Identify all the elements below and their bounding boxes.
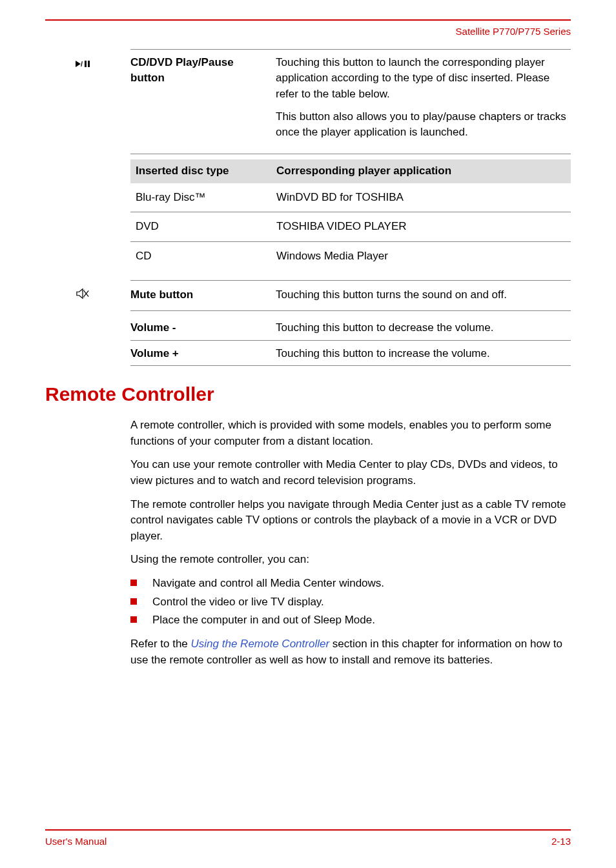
- play-pause-desc2: This button also allows you to play/paus…: [276, 109, 571, 141]
- footer: User's Manual 2-13: [45, 829, 571, 849]
- table-row: Blu-ray Disc™ WinDVD BD for TOSHIBA: [130, 183, 571, 213]
- remote-link[interactable]: Using the Remote Controller: [191, 638, 329, 650]
- p5-pre: Refer to the: [130, 638, 191, 650]
- vol-down-label: Volume -: [130, 320, 276, 336]
- disc-table-header: Inserted disc type Corresponding player …: [130, 159, 571, 183]
- footer-left: User's Manual: [45, 834, 107, 849]
- play-pause-desc: Touching this button to launch the corre…: [276, 55, 571, 147]
- list-item: Place the computer in and out of Sleep M…: [130, 612, 571, 629]
- disc-type: CD: [136, 248, 276, 265]
- svg-marker-0: [77, 288, 83, 298]
- disc-type: DVD: [136, 219, 276, 235]
- table-row: CD Windows Media Player: [130, 242, 571, 268]
- bullet-icon: [130, 598, 137, 605]
- header-series: Satellite P770/P775 Series: [45, 25, 571, 39]
- footer-right: 2-13: [551, 834, 571, 849]
- bullet-text: Place the computer in and out of Sleep M…: [152, 612, 375, 629]
- mute-label: Mute button: [130, 287, 276, 303]
- mute-desc: Touching this button turns the sound on …: [276, 287, 571, 303]
- disc-app: WinDVD BD for TOSHIBA: [276, 190, 566, 206]
- table-row: DVD TOSHIBA VIDEO PLAYER: [130, 212, 571, 242]
- remote-p3: The remote controller helps you navigate…: [130, 497, 571, 545]
- disc-table-h1: Inserted disc type: [136, 163, 276, 179]
- list-item: Control the video or live TV display.: [130, 594, 571, 611]
- remote-p5: Refer to the Using the Remote Controller…: [130, 636, 571, 668]
- play-pause-label: CD/DVD Play/Pause button: [130, 55, 276, 147]
- mute-icon: [76, 287, 101, 305]
- disc-table-h2: Corresponding player application: [276, 163, 566, 179]
- mute-row: Mute button Touching this button turns t…: [130, 280, 571, 312]
- bullet-text: Control the video or live TV display.: [152, 594, 324, 611]
- vol-down-desc: Touching this button to decrease the vol…: [276, 320, 571, 336]
- header-rule: [45, 19, 571, 21]
- remote-heading: Remote Controller: [45, 380, 571, 409]
- disc-app: TOSHIBA VIDEO PLAYER: [276, 219, 566, 235]
- vol-up-label: Volume +: [130, 346, 276, 362]
- bullet-icon: [130, 616, 137, 623]
- play-pause-icon: /: [76, 55, 101, 71]
- disc-app: Windows Media Player: [276, 248, 566, 265]
- remote-p2: You can use your remote controller with …: [130, 457, 571, 489]
- vol-up-desc: Touching this button to increase the vol…: [276, 346, 571, 362]
- list-item: Navigate and control all Media Center wi…: [130, 576, 571, 592]
- disc-type: Blu-ray Disc™: [136, 190, 276, 206]
- remote-p1: A remote controller, which is provided w…: [130, 418, 571, 449]
- remote-p4: Using the remote controller, you can:: [130, 552, 571, 568]
- play-pause-row: / CD/DVD Play/Pause button Touching this…: [130, 49, 571, 147]
- vol-up-row: Volume + Touching this button to increas…: [130, 343, 571, 367]
- play-pause-desc1: Touching this button to launch the corre…: [276, 55, 571, 103]
- remote-body: A remote controller, which is provided w…: [130, 418, 571, 668]
- remote-bullets: Navigate and control all Media Center wi…: [130, 576, 571, 629]
- bullet-text: Navigate and control all Media Center wi…: [152, 576, 384, 592]
- bullet-icon: [130, 580, 137, 586]
- vol-down-row: Volume - Touching this button to decreas…: [130, 320, 571, 341]
